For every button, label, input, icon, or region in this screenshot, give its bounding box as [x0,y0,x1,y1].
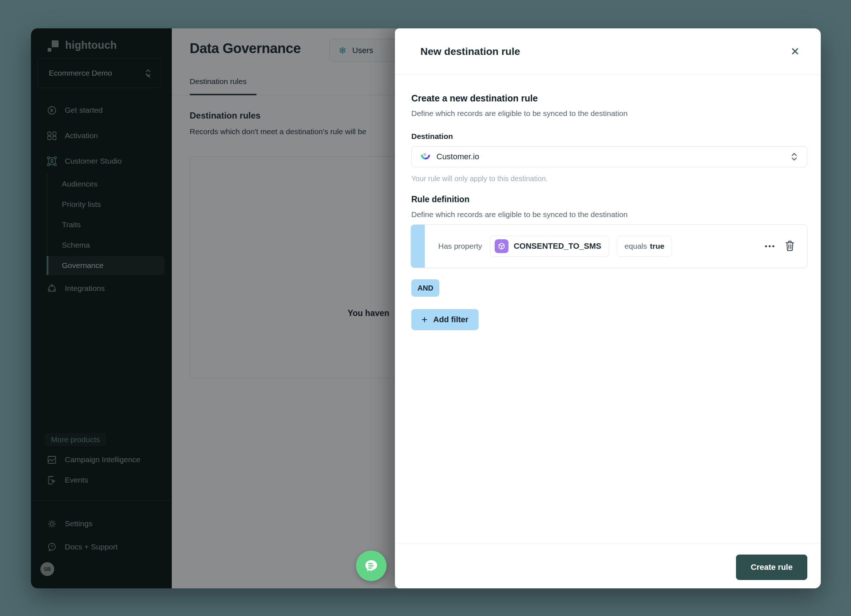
property-name: CONSENTED_TO_SMS [514,241,601,251]
new-destination-rule-drawer: New destination rule ✕ Create a new dest… [395,28,821,588]
create-rule-button[interactable]: Create rule [736,555,807,580]
operator: equals [625,242,647,250]
rule-accent-bar [411,225,425,268]
destination-helper-text: Your rule will only apply to this destin… [411,175,548,183]
destination-value: Customer.io [436,152,784,162]
operator-value: true [650,242,665,250]
destination-label: Destination [411,132,453,141]
rule-definition-subheading: Define which records are eligible to be … [411,210,627,219]
operator-value-pill[interactable]: equals true [617,235,672,257]
more-options-icon[interactable]: ••• [765,242,776,250]
rule-condition-row: Has property CONSENTED_TO_SMS equals tru… [425,225,807,268]
drawer-header: New destination rule ✕ [395,28,821,75]
drawer-footer-divider [395,544,821,544]
rule-condition-card: Has property CONSENTED_TO_SMS equals tru… [410,224,807,268]
conjunction-chip[interactable]: AND [411,279,439,297]
delete-condition-icon[interactable] [784,240,796,252]
chat-launcher-button[interactable] [356,550,386,581]
destination-select[interactable]: Customer.io [411,146,807,167]
drawer-heading: Create a new destination rule [411,93,538,103]
property-cube-icon [495,239,508,253]
chevron-up-down-icon [790,151,798,162]
customerio-logo-icon [420,151,431,162]
app-window: hightouch Ecommerce Demo Get started [31,28,821,588]
chat-bubble-icon [362,557,380,575]
close-icon[interactable]: ✕ [791,46,800,57]
plus-icon: + [421,314,427,325]
property-pill[interactable]: CONSENTED_TO_SMS [490,235,609,257]
condition-prefix: Has property [438,242,482,250]
rule-definition-heading: Rule definition [411,195,469,204]
add-filter-button[interactable]: + Add filter [411,309,479,330]
drawer-subheading: Define which records are eligible to be … [411,109,627,118]
drawer-title: New destination rule [420,46,520,57]
